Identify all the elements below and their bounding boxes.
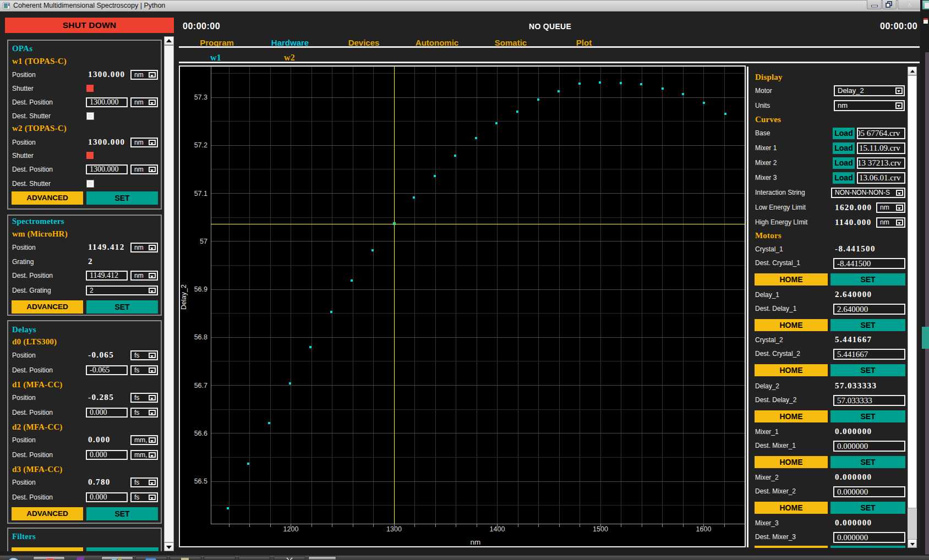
svg-text:1600: 1600: [696, 525, 712, 533]
svg-text:nm: nm: [471, 538, 481, 546]
svg-text:57.2: 57.2: [194, 141, 207, 149]
svg-text:1500: 1500: [593, 525, 608, 533]
svg-text:57.1: 57.1: [194, 190, 207, 197]
svg-text:56.8: 56.8: [194, 333, 207, 341]
svg-text:1200: 1200: [283, 525, 299, 533]
svg-text:1400: 1400: [490, 525, 505, 533]
svg-text:57.3: 57.3: [194, 94, 207, 101]
svg-text:56.9: 56.9: [194, 286, 207, 293]
svg-text:1300: 1300: [386, 525, 402, 533]
svg-text:Delay_2: Delay_2: [180, 284, 188, 310]
svg-text:56.5: 56.5: [194, 477, 207, 485]
svg-text:56.6: 56.6: [194, 430, 207, 437]
svg-text:57: 57: [200, 238, 207, 245]
svg-text:56.7: 56.7: [194, 382, 207, 389]
